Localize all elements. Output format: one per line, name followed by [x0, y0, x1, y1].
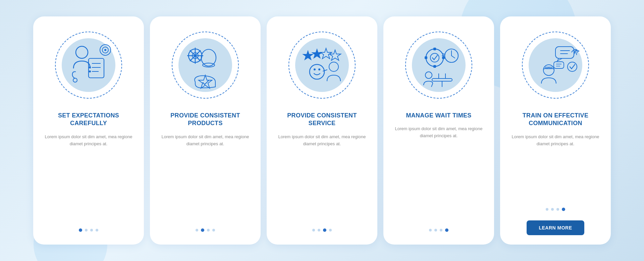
svg-rect-30: [433, 48, 436, 50]
svg-point-27: [329, 62, 338, 71]
dot-2-1: [196, 229, 198, 231]
card-1-title: SET EXPECTATIONS CAREFULLY: [43, 112, 135, 127]
learn-more-button[interactable]: LEARN MORE: [527, 220, 584, 235]
card-train-communication: TRAIN ON EFFECTIVE COMMUNICATION Lorem i…: [500, 16, 611, 245]
dot-2-3: [207, 229, 210, 231]
card-2-dots: [196, 228, 215, 232]
card-1-text: Lorem ipsum dolor sit dim amet, mea regi…: [43, 134, 135, 148]
dot-3-2: [318, 229, 320, 231]
svg-line-36: [451, 56, 455, 58]
dot-3-3: [323, 228, 326, 232]
dot-1-2: [85, 229, 88, 231]
card-5-text: Lorem ipsum dolor sit dim amet, mea regi…: [509, 134, 601, 148]
svg-point-6: [89, 70, 91, 72]
dot-5-2: [551, 208, 554, 211]
svg-marker-21: [311, 48, 323, 59]
dot-4-2: [434, 229, 437, 231]
card-5-title: TRAIN ON EFFECTIVE COMMUNICATION: [509, 112, 601, 127]
card-manage-wait: MANAGE WAIT TIMES Lorem ipsum dolor sit …: [383, 16, 494, 245]
dot-3-1: [312, 229, 315, 231]
dot-1-1: [79, 228, 82, 232]
svg-rect-33: [442, 56, 445, 59]
svg-point-5: [89, 66, 91, 68]
card-consistent-products: PROVIDE CONSISTENT PRODUCTS Lorem ipsum …: [150, 16, 261, 245]
dot-5-1: [546, 208, 548, 211]
svg-rect-44: [555, 47, 574, 58]
svg-point-26: [318, 68, 320, 70]
card-4-illustration: [400, 27, 477, 104]
card-2-title: PROVIDE CONSISTENT PRODUCTS: [159, 112, 251, 127]
card-set-expectations: SET EXPECTATIONS CAREFULLY Lorem ipsum d…: [33, 16, 144, 245]
card-3-dots: [312, 228, 332, 232]
svg-rect-32: [425, 56, 427, 59]
svg-marker-19: [199, 75, 212, 88]
svg-rect-31: [433, 65, 436, 68]
card-4-dots: [429, 228, 448, 232]
svg-rect-50: [554, 62, 564, 68]
card-4-text: Lorem ipsum dolor sit dim amet, mea regi…: [393, 125, 485, 140]
svg-rect-39: [432, 79, 452, 81]
dot-1-3: [90, 229, 93, 231]
svg-point-0: [76, 46, 88, 58]
dot-4-1: [429, 229, 432, 231]
dot-2-2: [201, 228, 204, 232]
svg-marker-20: [302, 50, 314, 60]
svg-point-29: [430, 53, 439, 62]
svg-marker-22: [320, 48, 332, 59]
svg-point-9: [104, 49, 106, 51]
card-2-illustration: [167, 27, 244, 104]
dot-4-3: [440, 229, 442, 231]
svg-point-25: [314, 68, 316, 70]
dot-2-4: [212, 229, 215, 231]
card-1-illustration: [50, 27, 127, 104]
card-5-dots: [546, 208, 565, 211]
card-3-text: Lorem ipsum dolor sit dim amet, mea regi…: [276, 134, 368, 148]
svg-rect-1: [89, 58, 104, 78]
svg-point-48: [543, 65, 554, 75]
svg-point-10: [73, 78, 77, 82]
cards-container: SET EXPECTATIONS CAREFULLY Lorem ipsum d…: [26, 10, 618, 251]
svg-point-28: [426, 49, 443, 66]
dot-5-3: [556, 208, 559, 211]
card-1-dots: [79, 228, 98, 232]
svg-point-47: [568, 62, 577, 71]
svg-marker-23: [329, 50, 341, 60]
dot-3-4: [329, 229, 332, 231]
dot-5-4: [562, 208, 565, 211]
svg-point-24: [310, 64, 324, 79]
svg-point-12: [203, 63, 215, 67]
card-3-illustration: [283, 27, 361, 104]
card-3-title: PROVIDE CONSISTENT SERVICE: [276, 112, 368, 127]
card-2-text: Lorem ipsum dolor sit dim amet, mea regi…: [159, 134, 251, 148]
card-5-illustration: [517, 27, 594, 104]
dot-4-4: [445, 228, 448, 232]
dot-1-4: [96, 229, 98, 231]
svg-point-11: [201, 49, 216, 66]
card-consistent-service: PROVIDE CONSISTENT SERVICE Lorem ipsum d…: [267, 16, 377, 245]
svg-point-41: [425, 72, 432, 79]
card-4-title: MANAGE WAIT TIMES: [406, 112, 471, 119]
